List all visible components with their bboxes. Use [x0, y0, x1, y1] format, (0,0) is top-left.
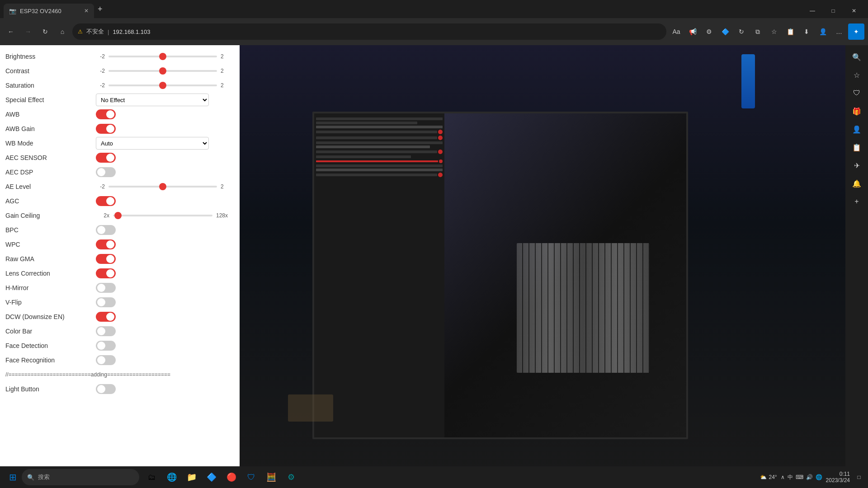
input-indicator[interactable]: 中 — [788, 474, 793, 481]
slider-container[interactable]: -22 — [96, 82, 234, 89]
home-button[interactable]: ⌂ — [55, 24, 70, 39]
toggle-aec-sensor[interactable] — [96, 153, 116, 163]
back-button[interactable]: ← — [4, 24, 18, 39]
profile-icon[interactable]: 👤 — [816, 24, 830, 39]
slider-min-label: -2 — [96, 68, 105, 74]
setting-row-awb: AWB — [5, 108, 234, 121]
slider-thumb[interactable] — [114, 212, 122, 219]
browser-action-1[interactable]: ⚙ — [702, 24, 716, 39]
toggle-wpc[interactable] — [96, 239, 116, 249]
toggle-dcw-downsize-en[interactable] — [96, 312, 116, 322]
refresh-icon[interactable]: ↻ — [734, 24, 749, 39]
taskbar-apps: 🗂 🌐 📁 🔷 🔴 🛡 🧮 ⚙ — [143, 468, 300, 486]
setting-label: AEC SENSOR — [5, 154, 96, 161]
slider-container[interactable]: -22 — [96, 53, 234, 60]
translate-icon[interactable]: Aa — [669, 24, 684, 39]
slider-track[interactable] — [108, 70, 217, 72]
maximize-button[interactable]: □ — [823, 4, 844, 18]
volume-icon[interactable]: 🔊 — [806, 474, 813, 480]
setting-row-adding: //==========================adding======… — [5, 368, 234, 381]
taskbar-app-folder[interactable]: 📁 — [183, 468, 201, 486]
toggle-h-mirror[interactable] — [96, 283, 116, 293]
close-button[interactable]: ✕ — [844, 4, 864, 18]
sidebar-search-icon[interactable]: 🔍 — [849, 49, 865, 65]
setting-control — [96, 153, 234, 163]
toggle-knob — [106, 197, 114, 205]
toggle-awb[interactable] — [96, 109, 116, 119]
collections-icon[interactable]: 📋 — [783, 24, 797, 39]
slider-container[interactable]: -22 — [96, 68, 234, 74]
reload-button[interactable]: ↻ — [38, 24, 52, 39]
toggle-lens-correction[interactable] — [96, 268, 116, 278]
setting-label: Brightness — [5, 53, 96, 60]
toggle-awb-gain[interactable] — [96, 124, 116, 134]
start-button[interactable]: ⊞ — [4, 468, 22, 486]
toggle-aec-dsp[interactable] — [96, 167, 116, 177]
setting-row-lens-correction: Lens Correction — [5, 267, 234, 280]
toggle-face-detection[interactable] — [96, 341, 116, 351]
split-view-icon[interactable]: ⧉ — [750, 24, 765, 39]
taskbar-clock[interactable]: 0:11 2023/3/24 — [826, 471, 850, 483]
slider-thumb[interactable] — [159, 183, 166, 190]
active-tab[interactable]: 📷 ESP32 OV2460 ✕ — [4, 4, 94, 18]
slider-thumb[interactable] — [159, 67, 166, 75]
slider-container[interactable]: -22 — [96, 183, 234, 190]
setting-row-v-flip: V-Flip — [5, 296, 234, 309]
chevron-up-icon[interactable]: ∧ — [781, 474, 785, 480]
toggle-light-button[interactable] — [96, 384, 116, 394]
toggle-color-bar[interactable] — [96, 326, 116, 336]
read-aloud-icon[interactable]: 📢 — [685, 24, 700, 39]
menu-icon[interactable]: … — [832, 24, 846, 39]
sidebar-send-icon[interactable]: ✈ — [849, 157, 865, 174]
sidebar-add-icon[interactable]: + — [849, 193, 865, 210]
taskbar-app-explorer[interactable]: 🗂 — [143, 468, 161, 486]
edge-copilot-icon[interactable]: ✦ — [848, 23, 864, 40]
setting-label: V-Flip — [5, 299, 96, 306]
taskbar-app-calc[interactable]: 🧮 — [262, 468, 280, 486]
slider-container[interactable]: 2x128x — [96, 212, 234, 219]
slider-thumb[interactable] — [159, 53, 166, 60]
forward-button[interactable]: → — [21, 24, 35, 39]
toggle-raw-gma[interactable] — [96, 254, 116, 264]
slider-max-label: 2 — [221, 68, 234, 74]
taskbar-app-arduino[interactable]: ⚙ — [282, 468, 300, 486]
setting-label: H-Mirror — [5, 284, 96, 291]
setting-control — [96, 239, 234, 249]
toggle-knob — [106, 269, 114, 277]
toggle-knob — [106, 125, 114, 133]
slider-track[interactable] — [108, 186, 217, 188]
select-wb-mode[interactable]: AutoSunnyCloudyOfficeHome — [96, 137, 209, 150]
toggle-face-recognition[interactable] — [96, 355, 116, 365]
network-icon[interactable]: 🌐 — [816, 474, 822, 480]
camera-image — [240, 45, 845, 488]
setting-control: -22 — [96, 53, 234, 60]
downloads-icon[interactable]: ⬇ — [799, 24, 814, 39]
sidebar-collections-icon[interactable]: 📋 — [849, 139, 865, 155]
sidebar-favorites-icon[interactable]: ☆ — [849, 67, 865, 83]
taskbar-app-shield[interactable]: 🛡 — [242, 468, 260, 486]
select-special-effect[interactable]: No EffectNegativeGrayscaleRed TintGreen … — [96, 94, 209, 106]
notification-button[interactable]: □ — [854, 472, 864, 483]
slider-thumb[interactable] — [159, 82, 166, 89]
toggle-bpc[interactable] — [96, 225, 116, 235]
taskbar-app-edge2[interactable]: 🔷 — [203, 468, 221, 486]
slider-track[interactable] — [108, 56, 217, 57]
sidebar-bell-icon[interactable]: 🔔 — [849, 175, 865, 192]
sidebar-shield-icon[interactable]: 🛡 — [849, 85, 865, 101]
setting-row-face-detection: Face Detection — [5, 339, 234, 352]
address-bar[interactable]: ⚠ 不安全 | 192.168.1.103 — [72, 23, 666, 40]
sidebar-gift-icon[interactable]: 🎁 — [849, 103, 865, 119]
copilot-icon[interactable]: 🔷 — [718, 24, 732, 39]
taskbar-search[interactable]: 🔍 搜索 — [22, 469, 139, 485]
new-tab-button[interactable]: + — [94, 5, 106, 14]
tab-close-button[interactable]: ✕ — [84, 8, 89, 14]
minimize-button[interactable]: — — [802, 4, 823, 18]
slider-track[interactable] — [108, 84, 217, 86]
favorites-icon[interactable]: ☆ — [767, 24, 781, 39]
slider-track[interactable] — [113, 215, 212, 216]
sidebar-profile-icon[interactable]: 👤 — [849, 121, 865, 137]
toggle-v-flip[interactable] — [96, 297, 116, 307]
taskbar-app-edge[interactable]: 🌐 — [163, 468, 181, 486]
toggle-agc[interactable] — [96, 196, 116, 206]
taskbar-app-red[interactable]: 🔴 — [222, 468, 241, 486]
